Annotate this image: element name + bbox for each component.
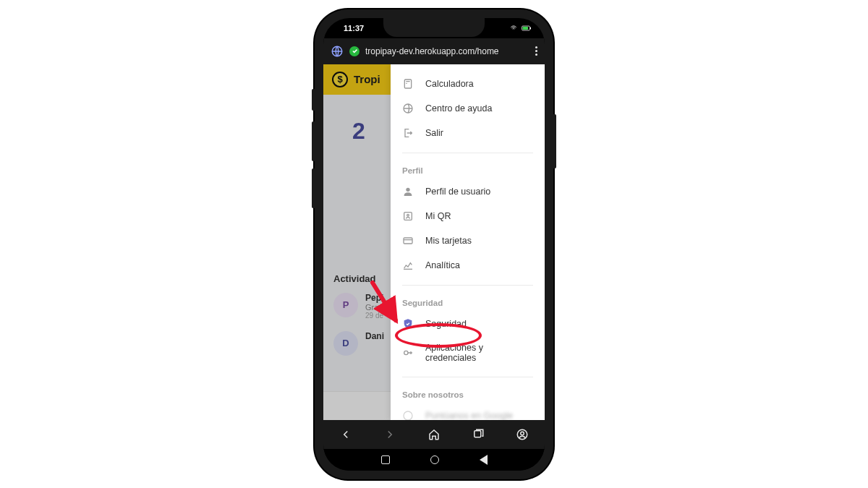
divider [402, 377, 533, 377]
drawer-item-label: Mi QR [425, 211, 451, 221]
drawer-item-label: Mis tarjetas [425, 236, 472, 246]
ssl-lock-icon [349, 46, 359, 56]
drawer-item-label: Aplicaciones y credenciales [425, 343, 533, 363]
wifi-icon [509, 25, 519, 32]
google-icon [402, 410, 414, 420]
person-icon [402, 186, 414, 197]
svg-rect-12 [404, 238, 412, 244]
card-icon [402, 235, 414, 247]
drawer-section-profile: Perfil [391, 160, 545, 179]
browser-bottom-nav [323, 420, 545, 449]
drawer-section-security: Seguridad [391, 293, 545, 312]
battery-icon [522, 25, 532, 32]
browser-address-bar[interactable]: tropipay-dev.herokuapp.com/home [323, 38, 545, 64]
url-text[interactable]: tropipay-dev.herokuapp.com/home [365, 46, 529, 56]
svg-rect-15 [475, 430, 481, 437]
nav-tabs-icon[interactable] [471, 427, 485, 442]
status-icons [509, 25, 532, 32]
divider [402, 153, 533, 153]
svg-point-9 [406, 187, 409, 191]
power-button [553, 114, 556, 168]
drawer-item-label: Puntúanos en Google [425, 411, 513, 420]
viewport: $ Tropi 2 + Añadir Actividad P Pepi [323, 64, 545, 420]
drawer-item-label: Salir [425, 128, 443, 138]
android-home-icon[interactable] [430, 455, 439, 464]
drawer-item-label: Centro de ayuda [425, 103, 492, 114]
nav-forward-icon[interactable] [383, 427, 397, 442]
help-icon [402, 103, 414, 114]
drawer-item-label: Calculadora [425, 79, 474, 89]
drawer-item-help[interactable]: Centro de ayuda [391, 96, 545, 121]
shield-icon [402, 318, 414, 330]
kebab-menu-icon[interactable] [535, 46, 537, 56]
nav-back-icon[interactable] [339, 427, 353, 442]
qr-icon [402, 210, 414, 222]
divider [402, 285, 533, 286]
svg-point-13 [404, 351, 408, 354]
drawer-item-label: Analítica [425, 260, 460, 270]
svg-point-17 [521, 432, 524, 435]
svg-point-11 [407, 214, 409, 216]
drawer-item-label: Perfil de usuario [425, 187, 490, 197]
calculator-icon [402, 78, 414, 90]
exit-icon [402, 127, 414, 139]
android-recent-icon[interactable] [381, 455, 390, 464]
android-nav-bar [323, 449, 545, 471]
nav-home-icon[interactable] [427, 427, 441, 442]
svg-rect-2 [530, 27, 531, 29]
android-back-icon[interactable] [480, 455, 488, 465]
side-button [312, 89, 315, 111]
drawer-section-about: Sobre nosotros [391, 385, 545, 403]
drawer-item-label: Seguridad [425, 319, 467, 329]
chart-icon [402, 260, 414, 271]
screen: 11:37 tropipay-dev.herokuapp.com/home $ … [323, 18, 545, 471]
drawer-item-exit[interactable]: Salir [391, 121, 545, 145]
browser-globe-icon [331, 45, 344, 58]
nav-profile-icon[interactable] [515, 427, 529, 442]
drawer-item-security[interactable]: Seguridad [391, 312, 545, 336]
drawer-item-my-qr[interactable]: Mi QR [391, 204, 545, 228]
notch [383, 18, 485, 37]
drawer-item-user-profile[interactable]: Perfil de usuario [391, 179, 545, 204]
volume-down-button [312, 168, 315, 208]
key-icon [402, 347, 414, 359]
drawer-item-apps-credentials[interactable]: Aplicaciones y credenciales [391, 336, 545, 369]
drawer-item-cutoff[interactable]: Puntúanos en Google [391, 403, 545, 420]
svg-rect-1 [523, 27, 529, 30]
svg-point-14 [404, 411, 412, 420]
side-drawer: Calculadora Centro de ayuda Salir Perfil [391, 64, 545, 420]
status-time: 11:37 [344, 24, 364, 33]
drawer-item-my-cards[interactable]: Mis tarjetas [391, 228, 545, 253]
drawer-item-calculator[interactable]: Calculadora [391, 72, 545, 96]
phone-frame: 11:37 tropipay-dev.herokuapp.com/home $ … [315, 9, 553, 479]
svg-rect-7 [404, 80, 411, 88]
volume-up-button [312, 121, 315, 161]
drawer-item-analytics[interactable]: Analítica [391, 253, 545, 278]
